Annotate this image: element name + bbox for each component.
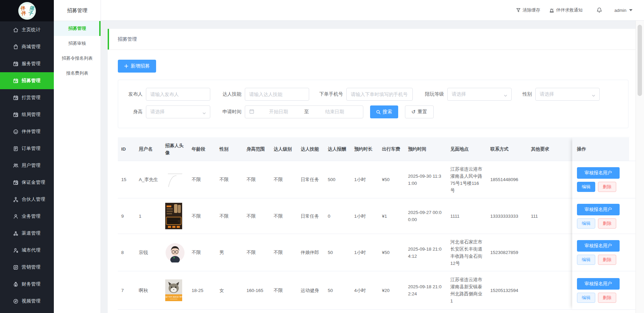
operation-cell: 审核报名用户 编辑 删除: [572, 271, 636, 310]
date-range-separator: 至: [303, 109, 310, 115]
chevron-down-icon: [202, 110, 206, 114]
sidebar-item-service[interactable]: 服务管理: [0, 55, 54, 72]
reset-button[interactable]: ↺ 重置: [405, 105, 434, 118]
network-icon: [13, 197, 19, 202]
table-row: 8 宗锐 不限 男 不限 不限 伴娘伴郎 50 1小时 ¥50 2025-09-…: [118, 234, 636, 271]
review-signup-button[interactable]: 审核报名用户: [577, 204, 620, 215]
sidebar-item-video[interactable]: 视频管理: [0, 293, 54, 310]
caret-down-icon: [629, 9, 632, 11]
sidebar-item-users[interactable]: 用户管理: [0, 157, 54, 174]
col-header-time: 预约时间: [405, 145, 447, 153]
cell-height-range: 不限: [243, 249, 270, 256]
edit-button[interactable]: 编辑: [577, 218, 595, 229]
review-signup-button[interactable]: 审核报名用户: [577, 278, 620, 290]
delete-button[interactable]: 删除: [598, 182, 616, 192]
edit-button[interactable]: 编辑: [577, 293, 595, 303]
sidebar-item-channel[interactable]: 渠道管理: [0, 225, 54, 242]
skill-input[interactable]: [245, 88, 309, 101]
date-range-picker[interactable]: 开始日期 至 结束日期: [245, 105, 363, 118]
app-window: 伴伴 搭子 主页统计 商城管理 服务管理 招募管理 打: [0, 0, 644, 313]
sidebar-item-deposit[interactable]: 保证金管理: [0, 174, 54, 191]
sos-notice-button[interactable]: 伴伴求救通知: [549, 7, 583, 13]
col-header-reward: 达人报酬: [324, 145, 351, 153]
sidebar-item-city-agent[interactable]: 城市代理: [0, 242, 54, 259]
review-signup-button[interactable]: 审核报名用户: [577, 167, 620, 179]
add-recruit-button[interactable]: 新增招募: [118, 60, 156, 73]
cell-height-range: 不限: [243, 176, 270, 183]
sidebar-item-banban[interactable]: 伴伴管理: [0, 123, 54, 140]
height-select[interactable]: 请选择: [146, 105, 210, 118]
delete-button[interactable]: 删除: [598, 218, 616, 229]
operation-cell: 审核报名用户 编辑 删除: [572, 198, 636, 234]
cell-time: 2025-09-18 21:04:12: [405, 246, 447, 260]
sidebar-item-home-stats[interactable]: 主页统计: [0, 21, 54, 38]
sidebar-item-finance[interactable]: 财务管理: [0, 276, 54, 293]
cell-contact: 15230827859: [487, 249, 528, 256]
submenu-item-recruit-signup-list[interactable]: 招募令报名列表: [54, 51, 101, 66]
document-icon: [13, 146, 19, 152]
cell-contact: 15205132594: [487, 287, 528, 294]
cell-age: 不限: [188, 213, 216, 220]
cell-time: 2025-09-30 11:31:00: [405, 173, 447, 187]
sidebar-item-marketing[interactable]: 营销管理: [0, 259, 54, 276]
sidebar-item-business[interactable]: 业务管理: [0, 208, 54, 225]
col-header-id: ID: [118, 145, 135, 153]
add-recruit-label: 新增招募: [131, 63, 150, 69]
cell-height-range: 不限: [243, 213, 270, 220]
scrollbar-thumb[interactable]: [638, 25, 642, 96]
search-label: 搜索: [383, 109, 392, 115]
cell-avatar: [162, 203, 188, 229]
delete-button[interactable]: 删除: [598, 255, 616, 265]
level-label: 陪玩等级: [420, 91, 444, 97]
publisher-input[interactable]: [146, 88, 210, 101]
gender-label: 性别: [518, 91, 532, 97]
calendar-icon: [249, 109, 254, 115]
cell-reward: 500: [324, 176, 351, 183]
start-date-placeholder: 开始日期: [254, 109, 303, 115]
cell-fare: ¥1: [379, 213, 405, 220]
review-signup-button[interactable]: 审核报名用户: [577, 240, 620, 252]
notifications-button[interactable]: [596, 7, 604, 13]
calendar-icon: [13, 112, 19, 118]
table-row: 7 啊秋 你这个操作 蠢把老子整晕 18-25 女 160-165 不限 运动健…: [118, 271, 636, 310]
edit-button[interactable]: 编辑: [577, 182, 595, 192]
sidebar-menu: 主页统计 商城管理 服务管理 招募管理 打赏管理 组局管理: [0, 21, 54, 310]
col-header-avatar: 招募人头像: [162, 142, 188, 156]
edit-button[interactable]: 编辑: [577, 255, 595, 265]
cell-fare: ¥50: [379, 249, 405, 256]
cell-contact: 13333333333: [487, 213, 528, 220]
submenu-item-signup-fee-list[interactable]: 报名费列表: [54, 66, 101, 81]
clear-cache-button[interactable]: 清除缓存: [516, 7, 540, 13]
sidebar-item-orders[interactable]: 订单管理: [0, 140, 54, 157]
target-icon: [13, 265, 19, 270]
sidebar-item-recruit[interactable]: 招募管理: [0, 72, 54, 89]
delete-button[interactable]: 删除: [598, 293, 616, 303]
plus-icon: [124, 64, 128, 68]
sidebar-item-label: 保证金管理: [22, 179, 45, 185]
cell-skill: 日常任务: [297, 213, 324, 220]
search-button[interactable]: 搜索: [370, 105, 398, 118]
level-select[interactable]: 请选择: [447, 88, 512, 101]
cell-avatar: 你这个操作 蠢把老子整晕: [162, 279, 188, 301]
gender-select[interactable]: 请选择: [535, 88, 600, 101]
home-icon: [13, 27, 19, 33]
cell-location: 河北省石家庄市长安区长丰街道丰收路与金石街12号: [447, 238, 487, 267]
sidebar-item-label: 业务管理: [22, 213, 41, 219]
siren-icon: [549, 8, 554, 13]
sidebar-item-reward[interactable]: 打赏管理: [0, 89, 54, 106]
user-menu[interactable]: admin: [615, 8, 632, 13]
submenu-item-recruit-manage[interactable]: 招募管理: [54, 21, 101, 36]
col-header-contact: 联系方式: [487, 145, 528, 153]
sidebar-item-mall[interactable]: 商城管理: [0, 38, 54, 55]
filter-apply-time: 申请时间 开始日期 至 结束日期: [217, 105, 363, 118]
cell-duration: 1小时: [351, 213, 379, 220]
cell-username: 1: [135, 213, 162, 220]
app-logo[interactable]: 伴伴 搭子: [18, 2, 36, 20]
sidebar-item-partner[interactable]: 合伙人管理: [0, 191, 54, 208]
submenu-item-recruit-audit[interactable]: 招募审核: [54, 36, 101, 51]
sidebar-item-group[interactable]: 组局管理: [0, 106, 54, 123]
cell-reward: 50: [324, 249, 351, 256]
cell-duration: 1小时: [351, 176, 379, 183]
main-sidebar: 伴伴 搭子 主页统计 商城管理 服务管理 招募管理 打: [0, 0, 54, 313]
phone-input[interactable]: [346, 88, 413, 101]
